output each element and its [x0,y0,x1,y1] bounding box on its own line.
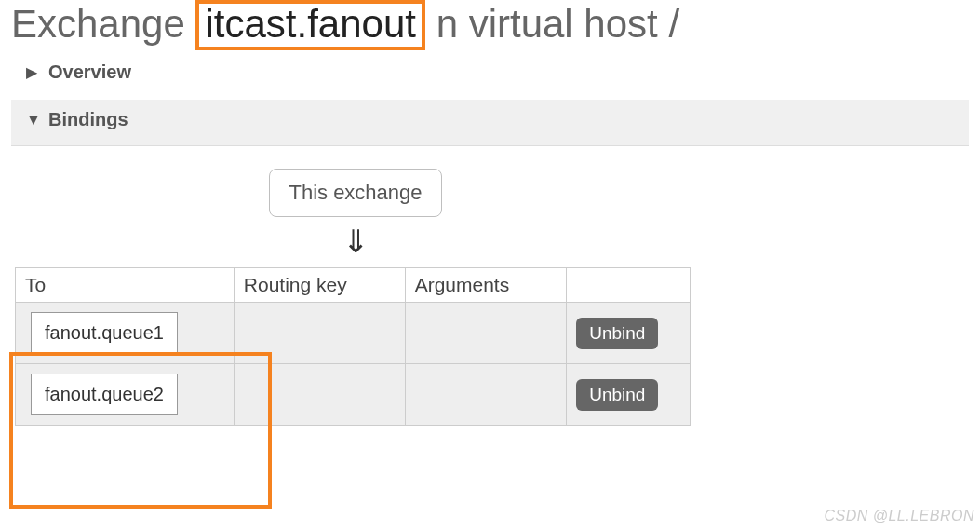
col-action [567,268,691,303]
routing-key-cell [234,364,405,426]
title-middle: n virtual host [436,2,658,46]
col-arguments: Arguments [405,268,567,303]
section-overview-header[interactable]: ▶ Overview [20,56,969,88]
title-prefix: Exchange [11,2,185,46]
routing-key-cell [234,303,405,364]
bindings-table: To Routing key Arguments fanout.queue1 U… [15,267,691,426]
this-exchange-box: This exchange [269,169,441,217]
section-overview-label: Overview [48,61,131,83]
arguments-cell [405,303,567,364]
section-bindings-header[interactable]: ▼ Bindings [20,100,969,140]
arguments-cell [405,364,567,426]
col-routing-key: Routing key [234,268,405,303]
unbind-button[interactable]: Unbind [576,318,658,349]
queue-link[interactable]: fanout.queue1 [31,312,178,354]
col-to: To [16,268,235,303]
chevron-right-icon: ▶ [26,63,39,81]
table-row: fanout.queue2 Unbind [16,364,691,426]
arrow-down-icon: ⇓ [11,223,700,260]
page-title: Exchange itcast.fanout n virtual host / [11,0,969,50]
title-vhost: / [668,2,679,46]
unbind-button[interactable]: Unbind [576,379,658,411]
queue-link[interactable]: fanout.queue2 [31,374,178,415]
table-row: fanout.queue1 Unbind [16,303,691,364]
exchange-name: itcast.fanout [195,0,424,50]
section-bindings-label: Bindings [48,109,128,130]
chevron-down-icon: ▼ [26,112,39,129]
watermark: CSDN @LL.LEBRON [824,508,974,524]
